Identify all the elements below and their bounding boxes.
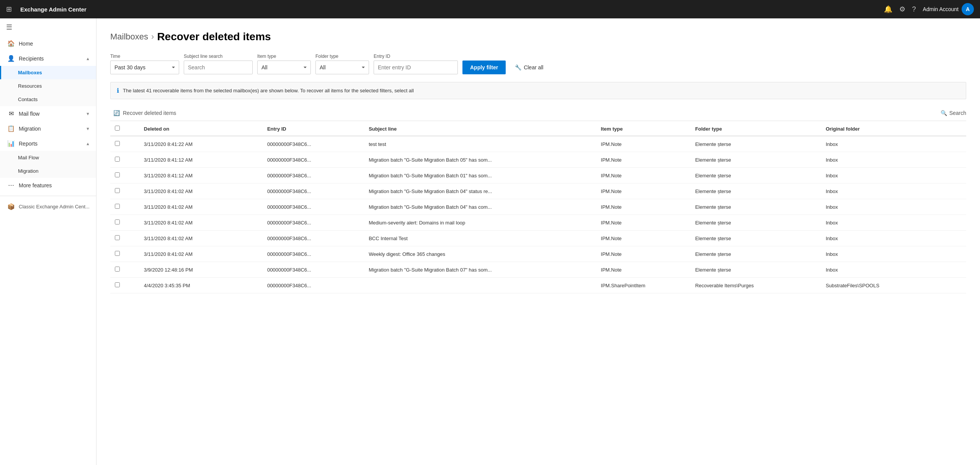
- sidebar-section-migration[interactable]: 📋 Migration ▼: [0, 121, 96, 136]
- sidebar-item-resources[interactable]: Resources: [0, 79, 96, 93]
- table-row: 3/11/2020 8:41:02 AM 00000000F348C6... M…: [110, 215, 966, 231]
- subject-search-input[interactable]: [184, 61, 253, 74]
- topbar: ⊞ Exchange Admin Center 🔔 ⚙ ? Admin Acco…: [0, 0, 980, 18]
- clear-all-button[interactable]: 🔧 Clear all: [510, 61, 548, 74]
- apps-icon[interactable]: ⊞: [6, 5, 12, 13]
- row-checkbox-9[interactable]: [110, 278, 139, 293]
- mailflow-sub-label: Mail Flow: [18, 155, 39, 160]
- mailflow-icon: ✉: [7, 110, 15, 117]
- folder-type-filter-select[interactable]: All Inbox Deleted Items Sent Items: [315, 61, 369, 74]
- col-header-subject: Subject line: [364, 121, 596, 136]
- item-type-filter-label: Item type: [257, 54, 311, 59]
- row-folder-type-4: Elemente șterse: [691, 199, 821, 215]
- row-deleted-on-1: 3/11/2020 8:41:12 AM: [139, 152, 263, 168]
- sidebar-item-contacts[interactable]: Contacts: [0, 93, 96, 106]
- table-row: 4/4/2020 3:45:35 PM 00000000F348C6... IP…: [110, 278, 966, 293]
- apply-filter-button[interactable]: Apply filter: [462, 61, 506, 74]
- recover-label: Recover deleted items: [123, 110, 176, 116]
- row-subject-1: Migration batch "G-Suite Migration Batch…: [364, 152, 596, 168]
- recover-deleted-items-button[interactable]: 🔄 Recover deleted items: [110, 108, 179, 118]
- row-checkbox-5[interactable]: [110, 215, 139, 231]
- sidebar-toggle[interactable]: ☰: [0, 18, 96, 36]
- row-original-folder-2: Inbox: [821, 168, 966, 183]
- row-subject-4: Migration batch "G-Suite Migration Batch…: [364, 199, 596, 215]
- row-deleted-on-4: 3/11/2020 8:41:02 AM: [139, 199, 263, 215]
- table-row: 3/9/2020 12:48:16 PM 00000000F348C6... M…: [110, 262, 966, 278]
- sidebar-item-classic[interactable]: 📦 Classic Exchange Admin Cent...: [0, 199, 96, 214]
- row-deleted-on-2: 3/11/2020 8:41:12 AM: [139, 168, 263, 183]
- time-filter-group: Time Past 30 days Past 7 days Past 24 ho…: [110, 54, 179, 74]
- migration-label: Migration: [19, 126, 41, 132]
- row-checkbox-3[interactable]: [110, 183, 139, 199]
- col-header-folder-type: Folder type: [691, 121, 821, 136]
- row-original-folder-1: Inbox: [821, 152, 966, 168]
- sidebar-item-more-features[interactable]: ⋯ More features: [0, 178, 96, 193]
- sidebar-section-mailflow[interactable]: ✉ Mail flow ▼: [0, 106, 96, 121]
- entry-id-input[interactable]: [374, 61, 458, 74]
- info-icon: ℹ: [117, 87, 119, 94]
- search-label: Search: [949, 110, 966, 116]
- item-type-filter-group: Item type All Mail Calendar Contact Task: [257, 54, 311, 74]
- row-folder-type-6: Elemente șterse: [691, 231, 821, 246]
- row-checkbox-7[interactable]: [110, 246, 139, 262]
- chevron-up-icon: ▲: [86, 56, 90, 61]
- row-subject-7: Weekly digest: Office 365 changes: [364, 246, 596, 262]
- info-banner: ℹ The latest 41 recoverable items from t…: [110, 82, 966, 99]
- user-menu[interactable]: Admin Account A: [923, 3, 974, 15]
- row-checkbox-6[interactable]: [110, 231, 139, 246]
- page-title: Recover deleted items: [157, 31, 271, 43]
- entry-id-filter-label: Entry ID: [374, 54, 458, 59]
- classic-icon: 📦: [7, 203, 15, 210]
- table-search-button[interactable]: 🔍 Search: [941, 110, 966, 116]
- row-checkbox-8[interactable]: [110, 262, 139, 278]
- row-deleted-on-9: 4/4/2020 3:45:35 PM: [139, 278, 263, 293]
- row-folder-type-2: Elemente șterse: [691, 168, 821, 183]
- filter-icon: 🔧: [515, 64, 521, 70]
- row-item-type-9: IPM.SharePointItem: [596, 278, 691, 293]
- table-row: 3/11/2020 8:41:02 AM 00000000F348C6... M…: [110, 199, 966, 215]
- row-checkbox-4[interactable]: [110, 199, 139, 215]
- time-filter-select[interactable]: Past 30 days Past 7 days Past 24 hours C…: [110, 61, 179, 74]
- breadcrumb-separator: ›: [151, 32, 154, 42]
- sidebar-item-mailflow-sub[interactable]: Mail Flow: [0, 151, 96, 164]
- col-header-deleted-on: Deleted on: [139, 121, 263, 136]
- select-all-checkbox[interactable]: [115, 126, 120, 131]
- mailflow-label: Mail flow: [19, 111, 39, 117]
- breadcrumb-parent[interactable]: Mailboxes: [110, 32, 148, 42]
- row-item-type-0: IPM.Note: [596, 136, 691, 152]
- row-entry-id-1: 00000000F348C6...: [263, 152, 364, 168]
- recover-icon: 🔄: [113, 110, 120, 116]
- item-type-filter-select[interactable]: All Mail Calendar Contact Task: [257, 61, 311, 74]
- sidebar-item-mailboxes[interactable]: Mailboxes: [0, 66, 96, 79]
- sidebar-section-reports[interactable]: 📊 Reports ▲: [0, 136, 96, 151]
- contacts-label: Contacts: [18, 97, 38, 102]
- deleted-items-table: Deleted on Entry ID Subject line Item ty…: [110, 121, 966, 293]
- help-icon[interactable]: ?: [912, 5, 916, 13]
- row-entry-id-9: 00000000F348C6...: [263, 278, 364, 293]
- sidebar-item-home[interactable]: 🏠 Home: [0, 36, 96, 51]
- row-subject-9: [364, 278, 596, 293]
- row-entry-id-8: 00000000F348C6...: [263, 262, 364, 278]
- sidebar: ☰ 🏠 Home 👤 Recipients ▲ Mailboxes Resour…: [0, 18, 96, 465]
- row-subject-8: Migration batch "G-Suite Migration Batch…: [364, 262, 596, 278]
- row-checkbox-0[interactable]: [110, 136, 139, 152]
- row-checkbox-2[interactable]: [110, 168, 139, 183]
- sidebar-item-migration-sub[interactable]: Migration: [0, 164, 96, 178]
- row-checkbox-1[interactable]: [110, 152, 139, 168]
- row-subject-6: BCC Internal Test: [364, 231, 596, 246]
- row-subject-0: test test: [364, 136, 596, 152]
- settings-icon[interactable]: ⚙: [899, 5, 905, 13]
- row-entry-id-4: 00000000F348C6...: [263, 199, 364, 215]
- row-subject-3: Migration batch "G-Suite Migration Batch…: [364, 183, 596, 199]
- sidebar-section-recipients[interactable]: 👤 Recipients ▲: [0, 51, 96, 66]
- row-deleted-on-5: 3/11/2020 8:41:02 AM: [139, 215, 263, 231]
- resources-label: Resources: [18, 83, 42, 89]
- col-header-checkbox: [110, 121, 139, 136]
- row-deleted-on-6: 3/11/2020 8:41:02 AM: [139, 231, 263, 246]
- row-entry-id-0: 00000000F348C6...: [263, 136, 364, 152]
- app-title: Exchange Admin Center: [20, 6, 87, 13]
- notification-icon[interactable]: 🔔: [884, 5, 892, 13]
- col-header-entry-id: Entry ID: [263, 121, 364, 136]
- avatar: A: [962, 3, 974, 15]
- reports-label: Reports: [19, 141, 38, 147]
